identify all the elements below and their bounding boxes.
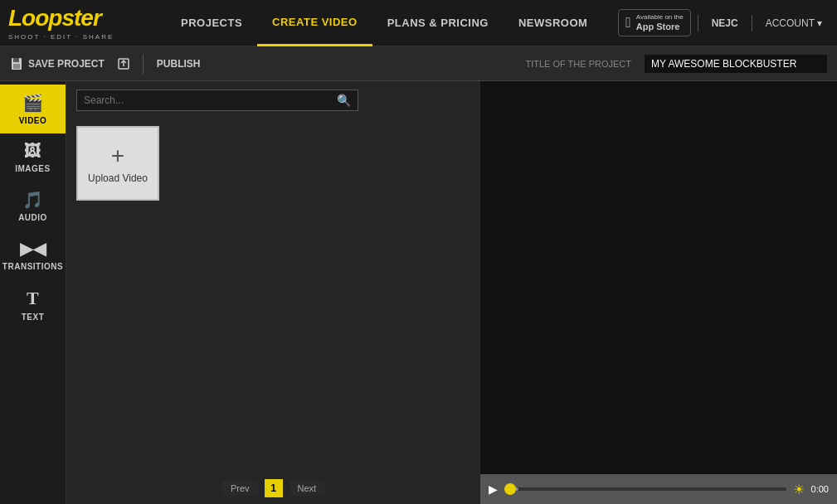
volume-icon[interactable]: ☀ [793, 482, 805, 497]
sidebar-item-transitions[interactable]: ▶◀ TRANSITIONS [0, 230, 66, 279]
account-button[interactable]: ACCOUNT ▾ [759, 14, 829, 32]
left-sidebar: 🎬 VIDEO 🖼 IMAGES 🎵 AUDIO ▶◀ TRANSITIONS … [0, 81, 66, 504]
pagination-row: Prev 1 Next [66, 472, 480, 504]
media-grid: + Upload Video [66, 119, 480, 472]
app-store-small: Available on the [636, 13, 684, 22]
prev-page-button[interactable]: Prev [222, 481, 258, 496]
apple-icon:  [625, 14, 631, 32]
export-icon [118, 58, 129, 70]
nav-divider-1 [698, 15, 698, 32]
sidebar-item-text[interactable]: T TEXT [0, 279, 66, 330]
toolbar: SAVE PROJECT PUBLISH TITLE OF THE PROJEC… [0, 46, 837, 81]
video-icon: 🎬 [22, 93, 44, 113]
audio-icon: 🎵 [22, 190, 44, 210]
search-bar-row: 🔍 [66, 81, 480, 119]
transitions-icon: ▶◀ [20, 239, 46, 259]
play-button[interactable]: ▶ [489, 482, 498, 496]
sidebar-item-images[interactable]: 🖼 IMAGES [0, 133, 66, 182]
user-button[interactable]: NEJC [705, 14, 745, 32]
logo-sub: SHOOT · EDIT · SHARE [8, 33, 114, 41]
nav-divider-2 [752, 15, 752, 32]
next-page-button[interactable]: Next [290, 481, 325, 496]
sidebar-item-video[interactable]: 🎬 VIDEO [0, 85, 66, 133]
current-page: 1 [265, 479, 283, 497]
search-icon[interactable]: 🔍 [337, 94, 351, 107]
search-input[interactable] [84, 94, 337, 106]
search-input-wrap: 🔍 [76, 90, 358, 111]
chevron-down-icon: ▾ [817, 17, 822, 29]
nav-create-video[interactable]: CREATE VIDEO [257, 0, 372, 46]
time-display: 0:00 [811, 484, 829, 494]
svg-rect-1 [13, 58, 19, 62]
top-nav: Loopster SHOOT · EDIT · SHARE PROJECTS C… [0, 0, 837, 46]
app-store-button[interactable]:  Available on the App Store [618, 9, 690, 36]
export-button[interactable] [118, 58, 129, 70]
nav-newsroom[interactable]: NEWSROOM [504, 0, 602, 46]
upload-plus-icon: + [111, 143, 124, 169]
preview-controls: ▶ ☀ 0:00 [480, 474, 837, 504]
app-store-big: App Store [636, 22, 684, 32]
logo: Loopster [8, 5, 114, 32]
progress-thumb [504, 483, 516, 495]
sidebar-item-audio[interactable]: 🎵 AUDIO [0, 182, 66, 230]
upload-label: Upload Video [88, 172, 148, 184]
logo-area: Loopster SHOOT · EDIT · SHARE [0, 5, 166, 41]
preview-panel: ▶ ☀ 0:00 [480, 81, 837, 504]
preview-screen [480, 81, 837, 474]
save-project-button[interactable]: SAVE PROJECT [10, 57, 105, 70]
progress-bar[interactable] [504, 487, 786, 491]
nav-links: PROJECTS CREATE VIDEO PLANS & PRICING NE… [166, 0, 618, 46]
project-title-input[interactable] [645, 55, 827, 73]
nav-right:  Available on the App Store NEJC ACCOUN… [618, 9, 829, 36]
project-title-label: TITLE OF THE PROJECT [525, 59, 631, 69]
save-icon [10, 57, 23, 70]
svg-rect-2 [13, 64, 20, 69]
nav-plans-pricing[interactable]: PLANS & PRICING [372, 0, 504, 46]
upload-video-card[interactable]: + Upload Video [76, 126, 159, 201]
publish-button[interactable]: PUBLISH [157, 58, 201, 70]
nav-projects[interactable]: PROJECTS [166, 0, 257, 46]
toolbar-separator [143, 54, 144, 74]
images-icon: 🖼 [24, 142, 41, 161]
text-icon: T [27, 288, 39, 309]
main-area: 🎬 VIDEO 🖼 IMAGES 🎵 AUDIO ▶◀ TRANSITIONS … [0, 81, 837, 504]
center-panel: 🔍 + Upload Video Prev 1 Next [66, 81, 480, 504]
